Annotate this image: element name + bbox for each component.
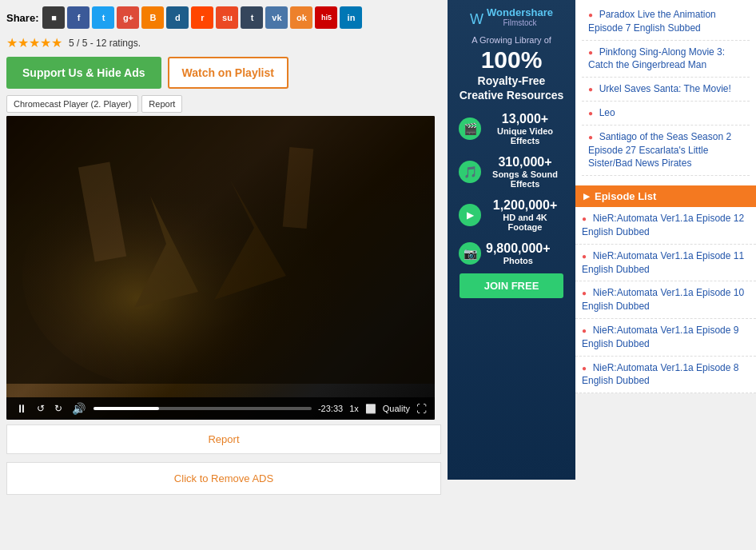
left-panel: Share: ■ f t g+ B d r su t vk ok hi5 in …	[0, 0, 448, 501]
ad-tagline: A Growing Library of	[454, 35, 569, 45]
ep-dot-1: ●	[582, 252, 587, 261]
share-icon-googleplus[interactable]: g+	[117, 6, 139, 29]
rewind-button[interactable]: ↺	[35, 403, 46, 414]
episode-item-3[interactable]: ● NieR:Automata Ver1.1a Episode 9 Englis…	[575, 319, 756, 357]
photos-icon: 📷	[459, 242, 481, 265]
video-effects-label: Unique Video Effects	[486, 126, 564, 145]
related-videos: ● Paradox Live the Animation Episode 7 E…	[575, 0, 756, 179]
share-icon-tumblr[interactable]: t	[241, 6, 263, 29]
ad-pct: 100%	[454, 46, 569, 74]
progress-bar[interactable]	[94, 407, 312, 410]
action-buttons: Support Us & Hide Ads Watch on Playlist	[6, 57, 441, 89]
related-item-1[interactable]: ● Pinkfong Sing-Along Movie 3: Catch the…	[582, 41, 750, 78]
photos-label: Photos	[486, 256, 551, 265]
ad-subtitle: Filmstock	[487, 18, 553, 27]
related-dot-2: ●	[588, 85, 593, 94]
episode-item-4[interactable]: ● NieR:Automata Ver1.1a Episode 8 Englis…	[575, 357, 756, 394]
share-icon-digg[interactable]: d	[166, 6, 189, 29]
episode-item-2[interactable]: ● NieR:Automata Ver1.1a Episode 10 Engli…	[575, 281, 756, 319]
footage-label: HD and 4K Footage	[486, 213, 564, 232]
ep-text-3: NieR:Automata Ver1.1a Episode 9 English …	[582, 325, 738, 349]
volume-button[interactable]: 🔊	[70, 402, 87, 415]
wondershare-ad[interactable]: W Wondershare Filmstock A Growing Librar…	[448, 0, 575, 480]
video-content	[6, 116, 435, 384]
rating-row: ★★★★★ 5 / 5 - 12 ratings.	[6, 35, 441, 50]
quality-button[interactable]: Quality	[383, 404, 410, 413]
forward-button[interactable]: ↻	[53, 403, 64, 414]
ad-feature-4: 📷 9,800,000+ Photos	[454, 238, 569, 269]
episode-item-1[interactable]: ● NieR:Automata Ver1.1a Episode 11 Engli…	[575, 245, 756, 282]
ad-headline: Royalty-FreeCreative Resources	[454, 74, 569, 102]
right-panel: ● Paradox Live the Animation Episode 7 E…	[575, 0, 756, 501]
ep-dot-3: ●	[582, 326, 587, 335]
related-item-2[interactable]: ● Urkel Saves Santa: The Movie!	[582, 78, 750, 102]
related-dot-1: ●	[588, 48, 593, 57]
report-container: Report	[6, 424, 441, 454]
footage-icon: ▶	[459, 204, 481, 226]
watch-playlist-button[interactable]: Watch on Playlist	[168, 57, 288, 89]
ad-feature-3: ▶ 1,200,000+ HD and 4K Footage	[454, 195, 569, 235]
subtitle-icon[interactable]: ⬜	[365, 404, 376, 414]
ep-text-4: NieR:Automata Ver1.1a Episode 8 English …	[582, 362, 738, 387]
star-rating[interactable]: ★★★★★	[6, 35, 62, 50]
rating-text: 5 / 5 - 12 ratings.	[69, 38, 141, 49]
related-item-text-3: Leo	[599, 107, 615, 118]
remove-ads-button[interactable]: Click to Remove ADS	[6, 462, 441, 495]
chromecast-player-label[interactable]: Chromecast Player (2. Player)	[6, 95, 138, 113]
related-dot-3: ●	[588, 109, 593, 118]
ep-text-2: NieR:Automata Ver1.1a Episode 10 English…	[582, 287, 744, 312]
video-effects-count: 13,000+	[486, 112, 564, 126]
share-bar: Share: ■ f t g+ B d r su t vk ok hi5 in	[6, 6, 441, 29]
share-icon-stumbleupon[interactable]: su	[216, 6, 238, 29]
video-controls: ⏸ ↺ ↻ 🔊 -23:33 1x ⬜ Quality ⛶	[6, 397, 435, 420]
progress-fill	[94, 407, 159, 410]
ep-text-1: NieR:Automata Ver1.1a Episode 11 English…	[582, 250, 744, 275]
share-icon-facebook[interactable]: f	[67, 6, 90, 29]
ad-feature-2: 🎵 310,000+ Songs & Sound Effects	[454, 152, 569, 192]
time-display: -23:33	[318, 404, 343, 413]
ep-text-0: NieR:Automata Ver1.1a Episode 12 English…	[582, 213, 744, 237]
ep-dot-4: ●	[582, 364, 587, 373]
related-item-4[interactable]: ● Santiago of the Seas Season 2 Episode …	[582, 126, 750, 176]
report-button[interactable]: Report	[6, 424, 441, 454]
video-frame	[6, 116, 435, 420]
speed-button[interactable]: 1x	[349, 404, 359, 413]
episode-list-arrow-icon: ▶	[583, 192, 590, 201]
related-dot-4: ●	[588, 133, 593, 141]
share-icon-ok[interactable]: ok	[290, 6, 312, 29]
ad-panel: W Wondershare Filmstock A Growing Librar…	[448, 0, 575, 501]
share-icon-linkedin[interactable]: in	[340, 6, 362, 29]
sound-effects-label: Songs & Sound Effects	[486, 169, 564, 189]
ep-dot-2: ●	[582, 289, 587, 297]
share-label: Share:	[6, 12, 38, 24]
sound-effects-icon: 🎵	[459, 161, 481, 183]
share-icon-blogger[interactable]: B	[141, 6, 164, 29]
share-icon-hi5[interactable]: hi5	[315, 6, 337, 29]
share-icon-vk[interactable]: vk	[265, 6, 288, 29]
report-label[interactable]: Report	[141, 95, 182, 113]
pause-button[interactable]: ⏸	[14, 402, 29, 415]
share-icon-twitter[interactable]: t	[92, 6, 114, 29]
right-panel-inner: ● Paradox Live the Animation Episode 7 E…	[575, 0, 756, 393]
player-labels: Chromecast Player (2. Player) Report	[6, 95, 441, 113]
related-dot-0: ●	[588, 10, 593, 19]
video-effects-icon: 🎬	[459, 118, 481, 140]
video-player[interactable]: ⏸ ↺ ↻ 🔊 -23:33 1x ⬜ Quality ⛶	[6, 116, 435, 420]
ad-logo: Wondershare	[487, 6, 553, 18]
join-free-button[interactable]: JOIN FREE	[460, 273, 563, 298]
support-us-button[interactable]: Support Us & Hide Ads	[6, 57, 161, 89]
ad-feature-1: 🎬 13,000+ Unique Video Effects	[454, 109, 569, 149]
sound-effects-count: 310,000+	[486, 155, 564, 169]
related-item-text-4: Santiago of the Seas Season 2 Episode 27…	[588, 131, 731, 169]
related-item-text-2: Urkel Saves Santa: The Movie!	[599, 83, 731, 94]
fullscreen-button[interactable]: ⛶	[416, 403, 427, 415]
episode-item-0[interactable]: ● NieR:Automata Ver1.1a Episode 12 Engli…	[575, 207, 756, 245]
related-item-3[interactable]: ● Leo	[582, 102, 750, 126]
share-icon-reddit[interactable]: r	[191, 6, 213, 29]
share-icon-square[interactable]: ■	[42, 6, 65, 29]
photos-count: 9,800,000+	[486, 241, 551, 256]
related-item-0[interactable]: ● Paradox Live the Animation Episode 7 E…	[582, 3, 750, 41]
footage-count: 1,200,000+	[486, 198, 564, 213]
related-item-text-1: Pinkfong Sing-Along Movie 3: Catch the G…	[588, 46, 725, 71]
episode-list-title: Episode List	[595, 190, 656, 202]
